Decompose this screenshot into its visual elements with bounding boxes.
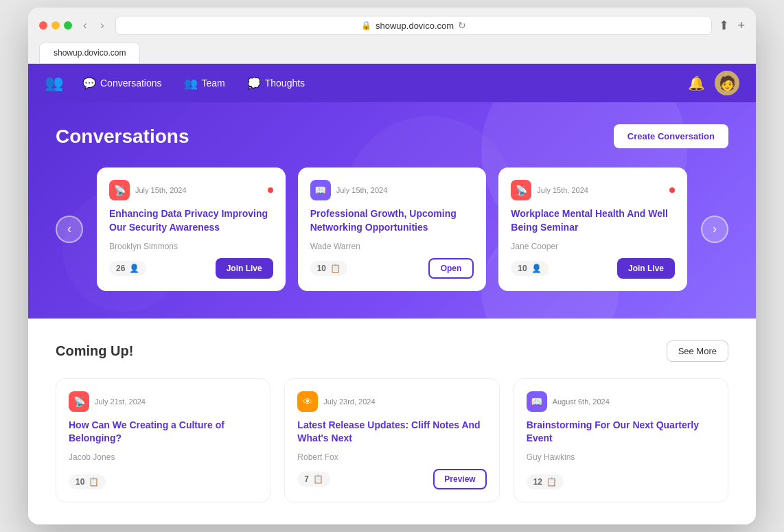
- forward-button[interactable]: ›: [96, 18, 108, 33]
- browser-titlebar: ‹ › 🔒 showup.dovico.com ↻ ⬆ +: [39, 16, 745, 35]
- open-button-2[interactable]: Open: [428, 258, 474, 279]
- dot-yellow[interactable]: [51, 21, 60, 30]
- card-meta-1: 📡 July 15th, 2024: [109, 180, 187, 200]
- count-number-2: 10: [317, 264, 326, 273]
- team-icon: 👥: [184, 77, 198, 90]
- card-author-3: Jane Cooper: [511, 242, 675, 251]
- see-more-button[interactable]: See More: [667, 340, 728, 362]
- notification-bell[interactable]: 🔔: [684, 71, 709, 95]
- card-dot-1: [268, 187, 273, 193]
- card-title-1: Enhancing Data Privacy Improving Our Sec…: [109, 207, 273, 234]
- nav-team[interactable]: 👥 Team: [176, 71, 233, 95]
- dot-green[interactable]: [64, 21, 72, 30]
- card-header-3: 📡 July 15th, 2024: [511, 180, 675, 200]
- hero-title: Conversations: [56, 126, 189, 148]
- preview-button-2[interactable]: Preview: [433, 469, 486, 489]
- card-meta-2: 📖 July 15th, 2024: [310, 180, 388, 200]
- card-icon-2: 📖: [310, 180, 331, 200]
- tab-bar: showup.dovico.com: [39, 42, 745, 63]
- hero-card-3: 📡 July 15th, 2024 Workplace Mental Healt…: [498, 167, 687, 290]
- upcoming-card-meta-2: 👁 July 23rd, 2024: [297, 391, 375, 412]
- nav-logo: 👥: [45, 74, 63, 92]
- back-button[interactable]: ‹: [79, 18, 91, 33]
- active-tab[interactable]: showup.dovico.com: [39, 42, 140, 63]
- upcoming-card-date-2: July 23rd, 2024: [323, 397, 375, 406]
- upcoming-card-icon-2: 👁: [297, 391, 318, 412]
- conversations-icon: 💬: [82, 77, 96, 90]
- upcoming-card-date-1: July 21st, 2024: [95, 397, 146, 406]
- nav-team-label: Team: [202, 78, 225, 89]
- upcoming-card-count-2: 7 📋: [297, 472, 330, 487]
- upcoming-card-footer-2: 7 📋 Preview: [297, 469, 486, 489]
- upcoming-card-author-3: Guy Hawkins: [527, 452, 715, 462]
- card-date-1: July 15th, 2024: [135, 186, 187, 194]
- upcoming-count-icon-1: 📋: [89, 477, 99, 487]
- app-content: 👥 💬 Conversations 👥 Team 💭 Thoughts 🔔 🧑: [28, 64, 756, 524]
- coming-up-section: Coming Up! See More 📡 July 21st, 2024 Ho…: [28, 319, 756, 524]
- count-number-1: 26: [116, 264, 125, 273]
- browser-window: ‹ › 🔒 showup.dovico.com ↻ ⬆ + showup.dov…: [28, 8, 756, 524]
- card-date-2: July 15th, 2024: [336, 186, 388, 194]
- carousel-prev-button[interactable]: ‹: [56, 216, 83, 243]
- upcoming-card-1: 📡 July 21st, 2024 How Can We Creating a …: [56, 378, 270, 502]
- card-count-1: 26 👤: [109, 261, 146, 276]
- upcoming-card-title-2: Latest Release Updates: Cliff Notes And …: [297, 419, 486, 446]
- hero-card-2: 📖 July 15th, 2024 Professional Growth, U…: [298, 167, 487, 290]
- reload-button[interactable]: ↻: [458, 20, 466, 31]
- upcoming-card-author-2: Robert Fox: [297, 452, 486, 462]
- count-number-3: 10: [518, 264, 527, 273]
- browser-nav: ‹ ›: [79, 18, 108, 33]
- upcoming-cards-container: 📡 July 21st, 2024 How Can We Creating a …: [56, 378, 728, 502]
- card-meta-3: 📡 July 15th, 2024: [511, 180, 588, 200]
- card-icon-1: 📡: [109, 180, 130, 200]
- share-button[interactable]: ⬆: [719, 18, 729, 33]
- top-nav: 👥 💬 Conversations 👥 Team 💭 Thoughts 🔔 🧑: [28, 64, 756, 102]
- upcoming-count-icon-2: 📋: [313, 474, 323, 484]
- carousel-next-button[interactable]: ›: [701, 216, 728, 243]
- card-count-2: 10 📋: [310, 261, 347, 276]
- join-live-button-3[interactable]: Join Live: [617, 258, 675, 279]
- thoughts-icon: 💭: [247, 77, 261, 90]
- new-tab-button[interactable]: +: [737, 19, 745, 33]
- upcoming-card-icon-1: 📡: [69, 391, 89, 412]
- upcoming-card-2: 👁 July 23rd, 2024 Latest Release Updates…: [284, 378, 499, 502]
- card-icon-3: 📡: [511, 180, 531, 200]
- dot-red[interactable]: [39, 21, 47, 30]
- card-footer-3: 10 👤 Join Live: [511, 258, 675, 279]
- nav-thoughts[interactable]: 💭 Thoughts: [239, 71, 313, 95]
- nav-conversations[interactable]: 💬 Conversations: [74, 71, 170, 95]
- card-author-2: Wade Warren: [310, 242, 474, 251]
- nav-conversations-label: Conversations: [100, 78, 162, 89]
- browser-dots: [39, 21, 72, 30]
- upcoming-card-author-1: Jacob Jones: [69, 452, 257, 462]
- card-header-2: 📖 July 15th, 2024: [310, 180, 474, 200]
- upcoming-card-title-1: How Can We Creating a Culture of Belongi…: [69, 419, 257, 446]
- upcoming-count-number-2: 7: [304, 474, 309, 484]
- upcoming-card-footer-1: 10 📋: [69, 474, 257, 489]
- card-date-3: July 15th, 2024: [537, 186, 588, 194]
- browser-chrome: ‹ › 🔒 showup.dovico.com ↻ ⬆ + showup.dov…: [28, 8, 756, 64]
- hero-header: Conversations Create Conversation: [56, 124, 728, 148]
- upcoming-card-count-3: 12 📋: [527, 474, 564, 489]
- address-bar[interactable]: 🔒 showup.dovico.com ↻: [115, 16, 713, 35]
- hero-section: Conversations Create Conversation ‹ 📡 Ju…: [28, 102, 756, 318]
- count-icon-3: 👤: [531, 264, 542, 273]
- url-text: showup.dovico.com: [376, 21, 454, 31]
- upcoming-card-meta-1: 📡 July 21st, 2024: [69, 391, 146, 412]
- nav-thoughts-label: Thoughts: [265, 78, 305, 89]
- upcoming-count-number-3: 12: [533, 477, 542, 487]
- upcoming-card-header-3: 📖 August 6th, 2024: [527, 391, 715, 412]
- card-author-1: Brooklyn Simmons: [109, 242, 273, 251]
- upcoming-card-title-3: Brainstorming For Our Next Quarterly Eve…: [527, 419, 715, 446]
- card-title-2: Professional Growth, Upcoming Networking…: [310, 207, 474, 234]
- user-avatar[interactable]: 🧑: [715, 71, 739, 95]
- create-conversation-button[interactable]: Create Conversation: [614, 124, 728, 148]
- join-live-button-1[interactable]: Join Live: [216, 258, 273, 279]
- card-count-3: 10 👤: [511, 261, 548, 276]
- upcoming-card-3: 📖 August 6th, 2024 Brainstorming For Our…: [514, 378, 728, 502]
- upcoming-count-icon-3: 📋: [546, 477, 557, 487]
- coming-up-header: Coming Up! See More: [56, 340, 728, 362]
- upcoming-count-number-1: 10: [76, 477, 84, 487]
- upcoming-card-header-1: 📡 July 21st, 2024: [69, 391, 257, 412]
- avatar-emoji: 🧑: [719, 75, 736, 91]
